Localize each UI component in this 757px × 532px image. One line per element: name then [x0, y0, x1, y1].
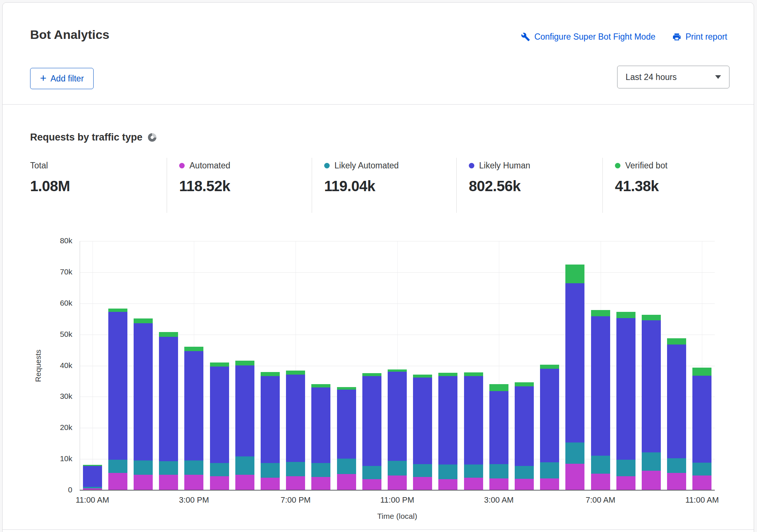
page-title: Bot Analytics: [30, 28, 109, 42]
pie-chart-icon: [148, 133, 156, 142]
stat-verified-bot-label: Verified bot: [625, 161, 667, 171]
stat-automated: Automated 118.52k: [167, 158, 312, 213]
stat-likely-human: Likely Human 802.56k: [456, 158, 602, 213]
chevron-down-icon: [715, 75, 721, 79]
automated-legend-dot: [179, 163, 185, 168]
y-axis-title: Requests: [34, 350, 43, 382]
x-tick-label: 11:00 PM: [380, 495, 414, 505]
stat-verified-bot-value: 41.38k: [615, 178, 733, 194]
bottom-divider: [3, 529, 754, 530]
print-link-label: Print report: [685, 32, 727, 42]
add-filter-label: Add filter: [51, 74, 84, 84]
add-filter-button[interactable]: + Add filter: [30, 68, 94, 89]
stats-row: Total 1.08M Automated 118.52k Likely Aut…: [30, 158, 733, 213]
time-range-value: Last 24 hours: [626, 72, 677, 82]
print-report-link[interactable]: Print report: [672, 32, 727, 42]
verified-bot-legend-dot: [615, 163, 620, 168]
x-tick-label: 11:00 AM: [76, 495, 109, 505]
x-tick-label: 3:00 AM: [484, 495, 514, 505]
stat-automated-label: Automated: [189, 161, 230, 171]
likely-automated-legend-dot: [324, 163, 330, 168]
x-axis-title: Time (local): [377, 512, 417, 521]
stat-total-label: Total: [30, 161, 48, 171]
x-tick-label: 7:00 PM: [280, 495, 311, 505]
requests-by-traffic-type-chart: 010k20k30k40k50k60k70k80k 11:00 AM3:00 P…: [3, 219, 757, 529]
stat-likely-automated: Likely Automated 119.04k: [312, 158, 456, 213]
x-axis-ticks: 11:00 AM3:00 PM7:00 PM11:00 PM3:00 AM7:0…: [3, 219, 757, 529]
x-tick-label: 11:00 AM: [685, 495, 719, 505]
likely-human-legend-dot: [469, 163, 474, 168]
printer-icon: [672, 32, 681, 41]
x-tick-label: 7:00 AM: [586, 495, 615, 505]
stat-likely-human-value: 802.56k: [469, 178, 602, 194]
stat-automated-value: 118.52k: [179, 178, 312, 194]
stat-likely-automated-value: 119.04k: [324, 178, 456, 194]
x-tick-label: 3:00 PM: [179, 495, 209, 505]
stat-likely-automated-label: Likely Automated: [334, 161, 399, 171]
header-actions: Configure Super Bot Fight Mode Print rep…: [521, 32, 727, 42]
stat-total-value: 1.08M: [30, 178, 167, 194]
plus-icon: +: [40, 73, 47, 84]
stat-verified-bot: Verified bot 41.38k: [602, 158, 733, 213]
section-header: Requests by traffic type: [30, 132, 156, 143]
wrench-icon: [521, 32, 530, 41]
stat-total: Total 1.08M: [30, 158, 167, 213]
stat-likely-human-label: Likely Human: [479, 161, 530, 171]
configure-super-bot-fight-mode-link[interactable]: Configure Super Bot Fight Mode: [521, 32, 655, 42]
section-title: Requests by traffic type: [30, 132, 142, 143]
configure-link-label: Configure Super Bot Fight Mode: [534, 32, 655, 42]
time-range-select[interactable]: Last 24 hours: [617, 66, 729, 88]
header-divider: [3, 104, 754, 105]
bot-analytics-card: Bot Analytics Configure Super Bot Fight …: [2, 2, 754, 532]
